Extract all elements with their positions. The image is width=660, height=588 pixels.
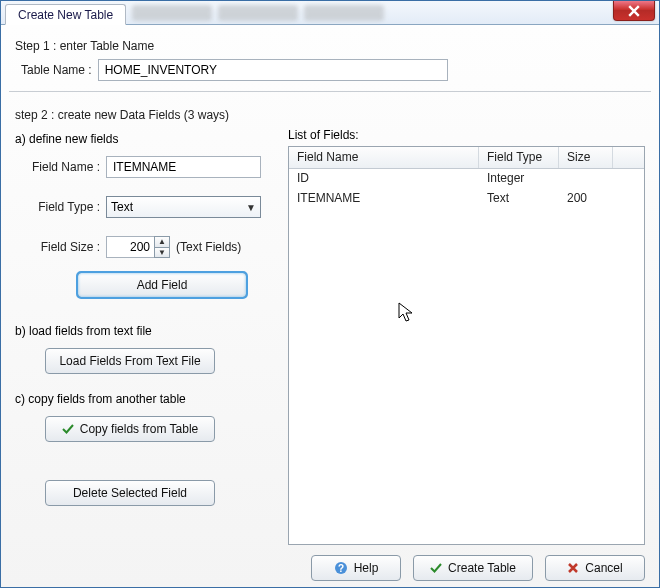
- field-name-input[interactable]: [106, 156, 261, 178]
- dialog-content: Step 1 : enter Table Name Table Name : s…: [1, 25, 659, 587]
- field-size-label: Field Size :: [25, 240, 100, 254]
- inactive-tab-blur: [304, 5, 384, 21]
- dialog-create-new-table: Create New Table Step 1 : enter Table Na…: [0, 0, 660, 588]
- chevron-down-icon: ▼: [246, 202, 256, 213]
- field-size-input[interactable]: [106, 236, 154, 258]
- step1-label: Step 1 : enter Table Name: [15, 39, 645, 53]
- left-panel: a) define new fields Field Name : Field …: [15, 128, 270, 545]
- col-header-size[interactable]: Size: [559, 147, 613, 168]
- delete-selected-field-button[interactable]: Delete Selected Field: [45, 480, 215, 506]
- table-name-label: Table Name :: [21, 63, 92, 77]
- col-header-type[interactable]: Field Type: [479, 147, 559, 168]
- fields-table[interactable]: Field Name Field Type Size IDIntegerITEM…: [288, 146, 645, 545]
- step2-label: step 2 : create new Data Fields (3 ways): [15, 108, 645, 122]
- inactive-tab-blur: [218, 5, 298, 21]
- field-type-value: Text: [111, 200, 133, 214]
- table-name-input[interactable]: [98, 59, 448, 81]
- dialog-title-text: Create New Table: [18, 8, 113, 22]
- delete-selected-label: Delete Selected Field: [73, 486, 187, 500]
- help-icon: ?: [334, 561, 348, 575]
- table-row[interactable]: IDInteger: [289, 169, 644, 189]
- create-table-label: Create Table: [448, 561, 516, 575]
- create-table-button[interactable]: Create Table: [413, 555, 533, 581]
- titlebar: Create New Table: [1, 1, 659, 25]
- copy-fields-label: Copy fields from Table: [80, 422, 199, 436]
- field-size-suffix: (Text Fields): [176, 240, 241, 254]
- field-size-spinner[interactable]: ▲ ▼: [106, 236, 170, 258]
- spinner-down-button[interactable]: ▼: [154, 247, 170, 259]
- fields-table-body: IDIntegerITEMNAMEText200: [289, 169, 644, 544]
- cell-name: ITEMNAME: [289, 189, 479, 209]
- cell-size: [559, 169, 613, 189]
- add-field-label: Add Field: [137, 278, 188, 292]
- list-of-fields-label: List of Fields:: [288, 128, 645, 142]
- right-panel: List of Fields: Field Name Field Type Si…: [288, 128, 645, 545]
- cancel-label: Cancel: [585, 561, 622, 575]
- spinner-up-button[interactable]: ▲: [154, 236, 170, 247]
- fields-table-header: Field Name Field Type Size: [289, 147, 644, 169]
- close-icon: [628, 5, 640, 17]
- checkmark-icon: [430, 562, 442, 574]
- load-fields-from-file-button[interactable]: Load Fields From Text File: [45, 348, 215, 374]
- dialog-footer: ? Help Create Table Cancel: [15, 545, 645, 581]
- copy-fields-button[interactable]: Copy fields from Table: [45, 416, 215, 442]
- col-header-name[interactable]: Field Name: [289, 147, 479, 168]
- section-a-label: a) define new fields: [15, 132, 270, 146]
- help-label: Help: [354, 561, 379, 575]
- table-row[interactable]: ITEMNAMEText200: [289, 189, 644, 209]
- window-close-button[interactable]: [613, 1, 655, 21]
- field-type-label: Field Type :: [25, 200, 100, 214]
- cell-type: Integer: [479, 169, 559, 189]
- dialog-title: Create New Table: [5, 4, 126, 25]
- cell-type: Text: [479, 189, 559, 209]
- cell-name: ID: [289, 169, 479, 189]
- load-fields-label: Load Fields From Text File: [59, 354, 200, 368]
- checkmark-icon: [62, 423, 74, 435]
- cell-size: 200: [559, 189, 613, 209]
- inactive-tab-blur: [132, 5, 212, 21]
- help-button[interactable]: ? Help: [311, 555, 401, 581]
- cancel-icon: [567, 562, 579, 574]
- svg-text:?: ?: [338, 563, 344, 574]
- section-b-label: b) load fields from text file: [15, 324, 270, 338]
- cancel-button[interactable]: Cancel: [545, 555, 645, 581]
- section-c-label: c) copy fields from another table: [15, 392, 270, 406]
- field-type-select[interactable]: Text ▼: [106, 196, 261, 218]
- field-name-label: Field Name :: [25, 160, 100, 174]
- add-field-button[interactable]: Add Field: [77, 272, 247, 298]
